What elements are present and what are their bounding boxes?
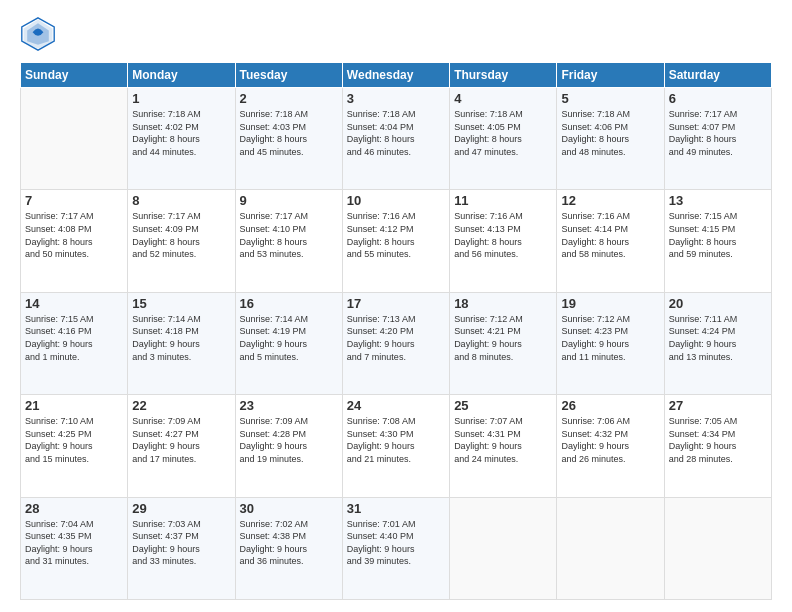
day-info: Sunrise: 7:03 AMSunset: 4:37 PMDaylight:… — [132, 518, 230, 568]
calendar-cell: 18Sunrise: 7:12 AMSunset: 4:21 PMDayligh… — [450, 292, 557, 394]
day-info: Sunrise: 7:18 AMSunset: 4:02 PMDaylight:… — [132, 108, 230, 158]
calendar-cell: 20Sunrise: 7:11 AMSunset: 4:24 PMDayligh… — [664, 292, 771, 394]
day-info: Sunrise: 7:09 AMSunset: 4:28 PMDaylight:… — [240, 415, 338, 465]
weekday-header-thursday: Thursday — [450, 63, 557, 88]
calendar-cell: 31Sunrise: 7:01 AMSunset: 4:40 PMDayligh… — [342, 497, 449, 599]
calendar-cell: 6Sunrise: 7:17 AMSunset: 4:07 PMDaylight… — [664, 88, 771, 190]
day-info: Sunrise: 7:16 AMSunset: 4:12 PMDaylight:… — [347, 210, 445, 260]
calendar-cell: 4Sunrise: 7:18 AMSunset: 4:05 PMDaylight… — [450, 88, 557, 190]
calendar-cell: 11Sunrise: 7:16 AMSunset: 4:13 PMDayligh… — [450, 190, 557, 292]
day-info: Sunrise: 7:06 AMSunset: 4:32 PMDaylight:… — [561, 415, 659, 465]
calendar-cell: 25Sunrise: 7:07 AMSunset: 4:31 PMDayligh… — [450, 395, 557, 497]
calendar-cell — [557, 497, 664, 599]
day-number: 24 — [347, 398, 445, 413]
week-row-2: 7Sunrise: 7:17 AMSunset: 4:08 PMDaylight… — [21, 190, 772, 292]
day-number: 4 — [454, 91, 552, 106]
day-number: 21 — [25, 398, 123, 413]
day-info: Sunrise: 7:15 AMSunset: 4:16 PMDaylight:… — [25, 313, 123, 363]
calendar-cell: 22Sunrise: 7:09 AMSunset: 4:27 PMDayligh… — [128, 395, 235, 497]
calendar-cell: 3Sunrise: 7:18 AMSunset: 4:04 PMDaylight… — [342, 88, 449, 190]
calendar-cell: 23Sunrise: 7:09 AMSunset: 4:28 PMDayligh… — [235, 395, 342, 497]
weekday-header-monday: Monday — [128, 63, 235, 88]
calendar-cell: 12Sunrise: 7:16 AMSunset: 4:14 PMDayligh… — [557, 190, 664, 292]
calendar-cell: 5Sunrise: 7:18 AMSunset: 4:06 PMDaylight… — [557, 88, 664, 190]
day-info: Sunrise: 7:18 AMSunset: 4:04 PMDaylight:… — [347, 108, 445, 158]
day-number: 27 — [669, 398, 767, 413]
calendar-cell: 21Sunrise: 7:10 AMSunset: 4:25 PMDayligh… — [21, 395, 128, 497]
calendar-cell: 29Sunrise: 7:03 AMSunset: 4:37 PMDayligh… — [128, 497, 235, 599]
day-info: Sunrise: 7:18 AMSunset: 4:05 PMDaylight:… — [454, 108, 552, 158]
day-info: Sunrise: 7:17 AMSunset: 4:09 PMDaylight:… — [132, 210, 230, 260]
day-info: Sunrise: 7:18 AMSunset: 4:06 PMDaylight:… — [561, 108, 659, 158]
day-number: 23 — [240, 398, 338, 413]
day-number: 10 — [347, 193, 445, 208]
calendar-cell: 27Sunrise: 7:05 AMSunset: 4:34 PMDayligh… — [664, 395, 771, 497]
calendar-cell: 9Sunrise: 7:17 AMSunset: 4:10 PMDaylight… — [235, 190, 342, 292]
day-number: 12 — [561, 193, 659, 208]
day-number: 13 — [669, 193, 767, 208]
day-info: Sunrise: 7:13 AMSunset: 4:20 PMDaylight:… — [347, 313, 445, 363]
calendar-cell: 15Sunrise: 7:14 AMSunset: 4:18 PMDayligh… — [128, 292, 235, 394]
calendar-cell — [450, 497, 557, 599]
day-info: Sunrise: 7:05 AMSunset: 4:34 PMDaylight:… — [669, 415, 767, 465]
day-number: 1 — [132, 91, 230, 106]
calendar-cell: 7Sunrise: 7:17 AMSunset: 4:08 PMDaylight… — [21, 190, 128, 292]
logo — [20, 16, 60, 52]
calendar-cell: 13Sunrise: 7:15 AMSunset: 4:15 PMDayligh… — [664, 190, 771, 292]
calendar: SundayMondayTuesdayWednesdayThursdayFrid… — [20, 62, 772, 600]
calendar-cell: 30Sunrise: 7:02 AMSunset: 4:38 PMDayligh… — [235, 497, 342, 599]
calendar-cell: 26Sunrise: 7:06 AMSunset: 4:32 PMDayligh… — [557, 395, 664, 497]
calendar-cell: 19Sunrise: 7:12 AMSunset: 4:23 PMDayligh… — [557, 292, 664, 394]
week-row-5: 28Sunrise: 7:04 AMSunset: 4:35 PMDayligh… — [21, 497, 772, 599]
day-number: 5 — [561, 91, 659, 106]
day-info: Sunrise: 7:08 AMSunset: 4:30 PMDaylight:… — [347, 415, 445, 465]
weekday-header-tuesday: Tuesday — [235, 63, 342, 88]
day-info: Sunrise: 7:14 AMSunset: 4:19 PMDaylight:… — [240, 313, 338, 363]
day-number: 8 — [132, 193, 230, 208]
day-info: Sunrise: 7:11 AMSunset: 4:24 PMDaylight:… — [669, 313, 767, 363]
day-info: Sunrise: 7:07 AMSunset: 4:31 PMDaylight:… — [454, 415, 552, 465]
day-number: 20 — [669, 296, 767, 311]
calendar-cell: 16Sunrise: 7:14 AMSunset: 4:19 PMDayligh… — [235, 292, 342, 394]
day-number: 30 — [240, 501, 338, 516]
calendar-cell: 24Sunrise: 7:08 AMSunset: 4:30 PMDayligh… — [342, 395, 449, 497]
day-number: 25 — [454, 398, 552, 413]
calendar-cell: 10Sunrise: 7:16 AMSunset: 4:12 PMDayligh… — [342, 190, 449, 292]
day-number: 16 — [240, 296, 338, 311]
day-number: 29 — [132, 501, 230, 516]
calendar-cell: 1Sunrise: 7:18 AMSunset: 4:02 PMDaylight… — [128, 88, 235, 190]
day-number: 15 — [132, 296, 230, 311]
calendar-cell — [664, 497, 771, 599]
day-number: 31 — [347, 501, 445, 516]
day-number: 22 — [132, 398, 230, 413]
day-info: Sunrise: 7:16 AMSunset: 4:14 PMDaylight:… — [561, 210, 659, 260]
calendar-cell: 2Sunrise: 7:18 AMSunset: 4:03 PMDaylight… — [235, 88, 342, 190]
day-info: Sunrise: 7:10 AMSunset: 4:25 PMDaylight:… — [25, 415, 123, 465]
day-info: Sunrise: 7:14 AMSunset: 4:18 PMDaylight:… — [132, 313, 230, 363]
day-number: 7 — [25, 193, 123, 208]
weekday-header-saturday: Saturday — [664, 63, 771, 88]
day-number: 14 — [25, 296, 123, 311]
day-number: 19 — [561, 296, 659, 311]
day-number: 17 — [347, 296, 445, 311]
day-info: Sunrise: 7:01 AMSunset: 4:40 PMDaylight:… — [347, 518, 445, 568]
day-info: Sunrise: 7:17 AMSunset: 4:10 PMDaylight:… — [240, 210, 338, 260]
weekday-header-friday: Friday — [557, 63, 664, 88]
day-info: Sunrise: 7:18 AMSunset: 4:03 PMDaylight:… — [240, 108, 338, 158]
calendar-cell: 17Sunrise: 7:13 AMSunset: 4:20 PMDayligh… — [342, 292, 449, 394]
day-info: Sunrise: 7:12 AMSunset: 4:23 PMDaylight:… — [561, 313, 659, 363]
day-number: 9 — [240, 193, 338, 208]
calendar-body: 1Sunrise: 7:18 AMSunset: 4:02 PMDaylight… — [21, 88, 772, 600]
day-number: 28 — [25, 501, 123, 516]
day-info: Sunrise: 7:04 AMSunset: 4:35 PMDaylight:… — [25, 518, 123, 568]
weekday-row: SundayMondayTuesdayWednesdayThursdayFrid… — [21, 63, 772, 88]
day-info: Sunrise: 7:16 AMSunset: 4:13 PMDaylight:… — [454, 210, 552, 260]
weekday-header-wednesday: Wednesday — [342, 63, 449, 88]
calendar-cell — [21, 88, 128, 190]
calendar-cell: 8Sunrise: 7:17 AMSunset: 4:09 PMDaylight… — [128, 190, 235, 292]
day-number: 26 — [561, 398, 659, 413]
day-number: 6 — [669, 91, 767, 106]
day-info: Sunrise: 7:12 AMSunset: 4:21 PMDaylight:… — [454, 313, 552, 363]
day-info: Sunrise: 7:17 AMSunset: 4:08 PMDaylight:… — [25, 210, 123, 260]
day-number: 18 — [454, 296, 552, 311]
